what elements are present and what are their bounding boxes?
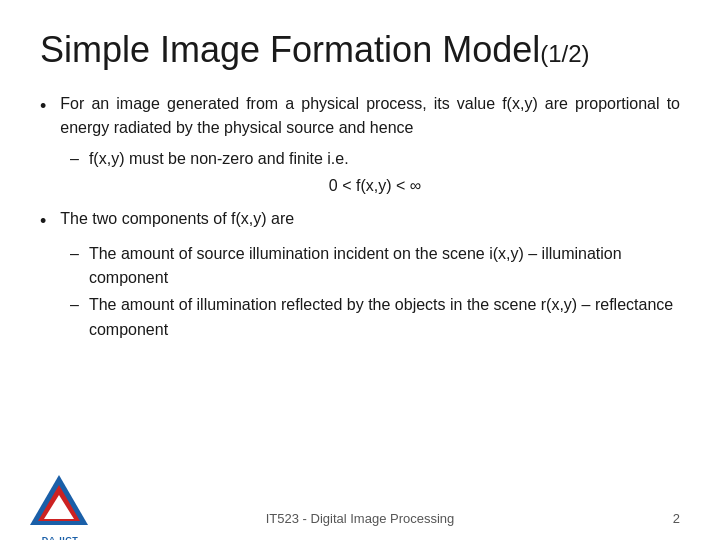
bullet-1: • For an image generated from a physical… [40, 92, 680, 142]
bullet-text-1: For an image generated from a physical p… [60, 92, 680, 142]
sub-dash-1: – [70, 147, 79, 172]
slide-title: Simple Image Formation Model(1/2) [40, 30, 680, 70]
slide: Simple Image Formation Model(1/2) • For … [0, 0, 720, 540]
bullet-text-2: The two components of f(x,y) are [60, 207, 680, 232]
logo-text: DA-IICT [30, 535, 90, 540]
formula: 0 < f(x,y) < ∞ [70, 174, 680, 199]
sub-bullet-1: – f(x,y) must be non-zero and finite i.e… [70, 147, 680, 172]
bullet-dot-1: • [40, 93, 46, 121]
logo: DA-IICT [30, 475, 90, 530]
footer: IT523 - Digital Image Processing [0, 511, 720, 526]
sub-bullet-2: – The amount of source illumination inci… [70, 242, 680, 292]
sub-dash-2: – [70, 242, 79, 267]
sub-text-1: f(x,y) must be non-zero and finite i.e. [89, 147, 680, 172]
sub-bullet-3: – The amount of illumination reflected b… [70, 293, 680, 343]
title-sub: (1/2) [540, 40, 589, 67]
footer-page: 2 [673, 511, 680, 526]
slide-content: • For an image generated from a physical… [40, 92, 680, 343]
title-main: Simple Image Formation Model [40, 29, 540, 70]
sub-text-3: The amount of illumination reflected by … [89, 293, 680, 343]
bullet-dot-2: • [40, 208, 46, 236]
logo-icon [30, 475, 88, 530]
bullet-2: • The two components of f(x,y) are [40, 207, 680, 236]
sub-dash-3: – [70, 293, 79, 318]
footer-course: IT523 - Digital Image Processing [266, 511, 455, 526]
sub-text-2: The amount of source illumination incide… [89, 242, 680, 292]
